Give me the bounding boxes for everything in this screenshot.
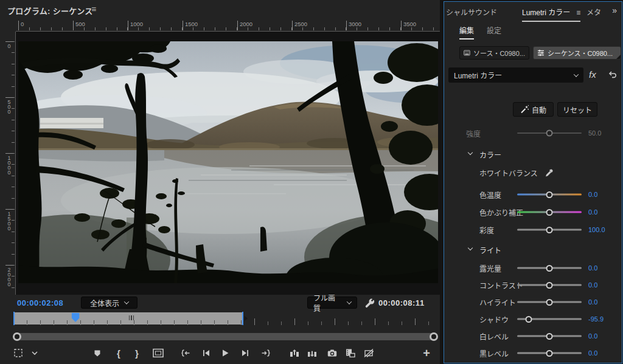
slider-value[interactable]: 0.0 xyxy=(588,298,597,306)
slider-value[interactable]: 50.0 xyxy=(588,129,601,137)
blacks-slider[interactable] xyxy=(517,352,582,354)
slider-value[interactable]: -95.9 xyxy=(588,315,604,323)
light-section-header[interactable]: ライト xyxy=(440,243,623,256)
slider-handle[interactable] xyxy=(546,209,553,216)
sequence-clip-button[interactable]: シーケンス・C0980... xyxy=(533,46,621,60)
premiere-workspace: プログラム: シーケンス ≡ 0 500 1000 1500 2000 2500… xyxy=(0,0,623,364)
ruler-label: 1000 xyxy=(128,21,143,30)
slider-handle[interactable] xyxy=(546,227,553,233)
mark-in-icon[interactable]: { xyxy=(117,348,120,357)
ruler-label: 1500 xyxy=(183,21,198,30)
settings-wrench-icon[interactable] xyxy=(364,298,375,311)
mark-out-icon[interactable]: } xyxy=(135,348,139,357)
sequence-duration-bar[interactable] xyxy=(13,312,243,325)
slider-value[interactable]: 0.0 xyxy=(588,208,597,216)
ruler-label: 500 xyxy=(73,21,85,30)
whites-slider[interactable] xyxy=(517,335,582,337)
shadows-slider[interactable] xyxy=(517,318,582,320)
panel-overflow-icon[interactable]: » xyxy=(612,5,617,15)
tab-metadata[interactable]: メタ xyxy=(586,7,601,17)
go-to-in-icon[interactable] xyxy=(181,348,191,357)
chevron-down-icon xyxy=(124,299,129,304)
add-marker-icon[interactable] xyxy=(94,349,102,357)
contrast-slider[interactable] xyxy=(517,284,582,286)
slider-value[interactable]: 0.0 xyxy=(588,349,597,357)
fx-badge[interactable]: fx xyxy=(589,69,596,80)
current-timecode[interactable]: 00:00:02:08 xyxy=(17,298,63,307)
highlights-slider[interactable] xyxy=(517,301,582,303)
tab-lumetri-color[interactable]: Lumetri カラー≡ xyxy=(522,7,580,22)
go-to-out-icon[interactable] xyxy=(261,348,271,357)
color-section-header[interactable]: カラー xyxy=(440,148,623,161)
program-monitor-video[interactable] xyxy=(18,41,438,283)
saturation-slider-row: 彩度 100.0 xyxy=(440,222,623,237)
compare-view-icon[interactable] xyxy=(346,348,355,357)
proxy-toggle-icon[interactable] xyxy=(364,348,374,357)
out-point-marker[interactable] xyxy=(242,312,243,325)
temperature-slider[interactable] xyxy=(517,194,582,196)
zoom-handle-right[interactable] xyxy=(430,332,438,341)
ruler-label: 0 xyxy=(18,21,24,30)
ruler-label: 1000 xyxy=(5,153,13,174)
panel-menu-icon[interactable]: ≡ xyxy=(91,4,96,14)
zoom-level-select[interactable]: 全体表示 xyxy=(81,297,137,309)
contrast-slider-row: コントラスト 0.0 xyxy=(440,278,623,292)
zoom-level-value: 全体表示 xyxy=(90,298,119,308)
safe-margins-icon[interactable] xyxy=(153,348,164,357)
auto-reset-row: 自動 リセット xyxy=(440,102,623,117)
panel-menu-icon[interactable]: ≡ xyxy=(576,9,580,17)
tint-slider-row: 色かぶり補正 0.0 xyxy=(440,205,623,219)
step-back-icon[interactable] xyxy=(202,349,211,357)
slider-value[interactable]: 0.0 xyxy=(588,264,597,272)
slider-handle[interactable] xyxy=(546,191,553,198)
subtab-edit[interactable]: 編集 xyxy=(459,25,474,39)
slider-handle[interactable] xyxy=(546,333,553,340)
button-editor-icon[interactable]: + xyxy=(423,348,430,359)
auto-button[interactable]: 自動 xyxy=(513,102,554,117)
chevron-down-icon[interactable] xyxy=(31,350,38,356)
tint-slider[interactable] xyxy=(517,211,582,213)
zoom-handle-left[interactable] xyxy=(13,332,21,341)
slider-value[interactable]: 0.0 xyxy=(588,191,597,198)
slider-handle[interactable] xyxy=(546,299,553,306)
export-frame-icon[interactable] xyxy=(327,349,337,357)
monitor-time-ruler[interactable] xyxy=(13,312,437,326)
shadows-slider-row: シャドウ -95.9 xyxy=(440,312,623,326)
effect-selector-dropdown[interactable]: Lumetri カラー xyxy=(448,67,583,83)
marquee-overlay-icon[interactable] xyxy=(14,348,23,357)
exposure-slider[interactable] xyxy=(517,267,582,269)
temperature-slider-row: 色温度 0.0 xyxy=(440,187,623,202)
slider-value[interactable]: 0.0 xyxy=(588,332,597,340)
chevron-down-icon xyxy=(574,72,579,77)
slider-value[interactable]: 100.0 xyxy=(588,226,605,233)
chevron-down-icon xyxy=(468,150,473,155)
slider-handle[interactable] xyxy=(526,316,532,323)
slider-handle[interactable] xyxy=(546,130,553,137)
lake-scene-image xyxy=(18,41,438,283)
tab-essential-sound[interactable]: シャルサウンド xyxy=(446,7,497,17)
time-ruler-ticks xyxy=(13,320,243,324)
in-point-marker[interactable] xyxy=(13,312,15,325)
extract-icon[interactable] xyxy=(307,349,317,357)
subtab-settings[interactable]: 設定 xyxy=(487,25,501,35)
ruler-label: 0 xyxy=(5,41,13,48)
slider-value[interactable]: 0.0 xyxy=(588,281,597,289)
reset-effect-icon[interactable] xyxy=(608,70,617,78)
playback-quality-select[interactable]: フル画質 xyxy=(307,297,357,309)
saturation-slider[interactable] xyxy=(517,229,582,231)
slider-handle[interactable] xyxy=(546,282,553,289)
play-icon[interactable] xyxy=(221,349,229,357)
step-forward-icon[interactable] xyxy=(241,349,249,357)
intensity-slider[interactable] xyxy=(517,132,582,134)
reset-button[interactable]: リセット xyxy=(557,102,597,117)
monitor-controls-row: 00:00:02:08 全体表示 フル画質 00:00:08:11 xyxy=(0,295,440,311)
ruler-label: 500 xyxy=(5,97,13,114)
slider-handle[interactable] xyxy=(546,265,553,272)
lift-icon[interactable] xyxy=(290,349,299,357)
eyedropper-icon[interactable] xyxy=(545,168,554,177)
slider-handle[interactable] xyxy=(546,350,553,357)
blacks-slider-row: 黒レベル 0.0 xyxy=(440,346,623,360)
source-clip-button[interactable]: ソース・C0980... xyxy=(459,46,529,60)
ruler-label: 2000 xyxy=(5,265,13,286)
zoom-scrollbar[interactable] xyxy=(13,333,437,340)
